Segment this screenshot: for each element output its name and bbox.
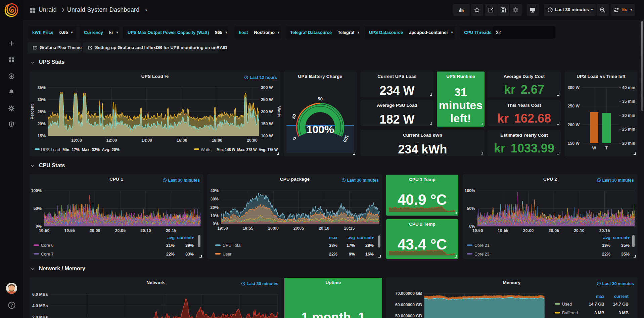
svg-text:15%: 15% xyxy=(37,134,46,138)
svg-text:9%: 9% xyxy=(349,252,355,257)
svg-text:avg: avg xyxy=(348,235,355,240)
svg-text:50%: 50% xyxy=(33,206,42,211)
svg-text:CPU Total: CPU Total xyxy=(223,243,241,248)
svg-text:Buffered: Buffered xyxy=(562,311,578,315)
svg-text:19:50: 19:50 xyxy=(39,228,50,233)
svg-text:Core 21: Core 21 xyxy=(474,243,490,248)
svg-text:35%: 35% xyxy=(37,85,46,90)
svg-text:?: ? xyxy=(10,303,13,308)
svg-text:21%: 21% xyxy=(166,243,175,248)
svg-text:12:00: 12:00 xyxy=(106,138,117,143)
svg-text:4.0 MBs: 4.0 MBs xyxy=(32,304,48,308)
svg-text:50%: 50% xyxy=(467,206,475,211)
svg-text:User: User xyxy=(223,252,231,257)
svg-text:20:05: 20:05 xyxy=(115,228,126,233)
svg-text:Core 23: Core 23 xyxy=(474,252,490,257)
svg-text:20:10: 20:10 xyxy=(574,228,585,233)
svg-text:25%: 25% xyxy=(37,109,46,114)
svg-text:250 W: 250 W xyxy=(261,97,273,102)
svg-text:20:05: 20:05 xyxy=(549,228,559,233)
svg-text:Min: 148 W Max: 278 W Avg: 1: Min: 148 W Max: 278 W Avg: 175 W xyxy=(217,147,278,152)
svg-text:UPS Load: UPS Load xyxy=(41,147,60,152)
svg-text:39%: 39% xyxy=(185,243,194,248)
svg-text:2.0 MBs: 2.0 MBs xyxy=(32,315,48,318)
svg-text:16:00: 16:00 xyxy=(177,138,187,143)
svg-text:20:10: 20:10 xyxy=(319,226,329,231)
svg-text:100%: 100% xyxy=(465,188,475,193)
svg-text:30%: 30% xyxy=(37,97,46,102)
svg-text:20:05: 20:05 xyxy=(293,226,304,231)
svg-text:10%: 10% xyxy=(210,214,219,218)
svg-text:20:15: 20:15 xyxy=(599,228,610,233)
svg-text:20:00: 20:00 xyxy=(268,226,279,231)
svg-text:200 W: 200 W xyxy=(261,109,273,114)
svg-text:150 W: 150 W xyxy=(567,141,580,146)
svg-text:50.000000 GB: 50.000000 GB xyxy=(395,314,422,318)
svg-text:Used: Used xyxy=(562,302,572,307)
svg-text:19:55: 19:55 xyxy=(498,228,508,233)
svg-text:22%: 22% xyxy=(602,252,610,257)
svg-text:35%: 35% xyxy=(621,243,630,248)
svg-text:T: T xyxy=(605,146,608,150)
svg-text:300 W: 300 W xyxy=(261,85,273,90)
svg-text:10:00: 10:00 xyxy=(71,138,82,143)
svg-text:28%: 28% xyxy=(365,243,374,248)
svg-text:33%: 33% xyxy=(185,252,194,257)
svg-text:3 MB: 3 MB xyxy=(594,311,604,315)
svg-text:avg: avg xyxy=(603,235,610,240)
svg-text:200 W: 200 W xyxy=(567,123,580,127)
svg-text:avg: avg xyxy=(167,235,175,240)
svg-text:19:50: 19:50 xyxy=(472,228,483,233)
svg-text:14.7 GB: 14.7 GB xyxy=(613,302,629,307)
svg-text:19:55: 19:55 xyxy=(64,228,75,233)
svg-text:6.0 MBs: 6.0 MBs xyxy=(32,292,48,297)
svg-text:current: current xyxy=(614,294,629,299)
svg-text:20:15: 20:15 xyxy=(344,226,355,231)
svg-text:40 min: 40 min xyxy=(622,85,635,90)
svg-text:22%: 22% xyxy=(329,252,337,257)
svg-text:35 min: 35 min xyxy=(622,99,635,104)
svg-text:18:00: 18:00 xyxy=(212,138,223,143)
svg-text:25 min: 25 min xyxy=(622,127,635,132)
svg-text:250 W: 250 W xyxy=(567,104,580,108)
svg-text:100%: 100% xyxy=(306,123,334,136)
svg-text:20:00: 20:00 xyxy=(247,138,258,143)
svg-text:20:15: 20:15 xyxy=(166,228,177,233)
svg-text:20%: 20% xyxy=(37,122,46,126)
svg-text:Core 7: Core 7 xyxy=(41,252,54,257)
svg-text:max: max xyxy=(596,294,604,299)
svg-text:50: 50 xyxy=(318,96,323,101)
svg-text:20:00: 20:00 xyxy=(523,228,534,233)
svg-text:16%: 16% xyxy=(365,252,374,257)
svg-text:Min: 17% Max: 32% Avg: 20%: Min: 17% Max: 32% Avg: 20% xyxy=(62,147,120,152)
svg-text:70.000000 GB: 70.000000 GB xyxy=(395,291,422,296)
svg-text:Core 6: Core 6 xyxy=(41,243,54,248)
svg-text:Watts: Watts xyxy=(201,147,211,152)
svg-text:20:10: 20:10 xyxy=(140,228,151,233)
svg-text:20 min: 20 min xyxy=(622,141,635,146)
svg-text:Percent: Percent xyxy=(30,104,35,119)
svg-text:W: W xyxy=(592,146,596,150)
svg-text:35%: 35% xyxy=(621,252,630,257)
svg-text:100%: 100% xyxy=(31,188,42,193)
svg-text:60.000000 GB: 60.000000 GB xyxy=(395,303,422,307)
svg-text:40%: 40% xyxy=(210,188,219,193)
svg-text:19:50: 19:50 xyxy=(217,226,228,231)
svg-text:17%: 17% xyxy=(347,243,355,248)
svg-text:3 MB: 3 MB xyxy=(618,311,629,315)
svg-text:20:00: 20:00 xyxy=(90,228,100,233)
svg-text:current▾: current▾ xyxy=(177,235,194,240)
svg-text:30%: 30% xyxy=(210,197,219,201)
svg-text:300 W: 300 W xyxy=(567,85,580,90)
svg-text:150 W: 150 W xyxy=(261,122,273,126)
svg-text:current▾: current▾ xyxy=(613,235,630,240)
svg-text:30 min: 30 min xyxy=(622,113,635,118)
svg-text:19:55: 19:55 xyxy=(243,226,254,231)
svg-text:max: max xyxy=(329,235,337,240)
svg-text:current▾: current▾ xyxy=(357,235,374,240)
svg-text:22%: 22% xyxy=(166,252,175,257)
svg-text:19%: 19% xyxy=(602,243,610,248)
svg-text:20%: 20% xyxy=(210,205,219,210)
svg-text:14.7 GB: 14.7 GB xyxy=(589,302,604,307)
svg-text:20: 20 xyxy=(291,113,297,120)
